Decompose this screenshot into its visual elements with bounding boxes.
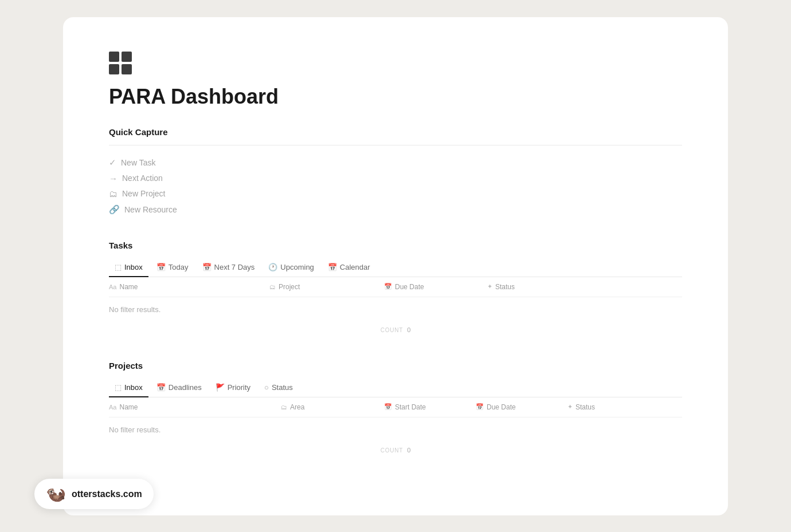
- next-action-item[interactable]: → Next Action: [109, 171, 682, 186]
- tasks-tab-calendar-label: Calendar: [340, 263, 370, 271]
- new-project-icon: 🗂: [109, 189, 118, 199]
- new-resource-icon: 🔗: [109, 204, 120, 215]
- tasks-tabs: ⬚ Inbox 📅 Today 📅 Next 7 Days 🕐 Upcoming…: [109, 258, 682, 277]
- tasks-col-project-label: Project: [279, 283, 300, 291]
- tasks-col-status: ✦ Status: [487, 283, 682, 291]
- projects-tab-status-label: Status: [272, 383, 293, 392]
- projects-tab-deadlines[interactable]: 📅 Deadlines: [151, 379, 207, 397]
- tasks-section: Tasks ⬚ Inbox 📅 Today 📅 Next 7 Days 🕐 Up…: [109, 241, 682, 338]
- tasks-tab-calendar[interactable]: 📅 Calendar: [322, 258, 376, 277]
- next-action-icon: →: [109, 174, 118, 183]
- new-task-item[interactable]: ✓ New Task: [109, 155, 682, 171]
- due-date-col-icon: 📅: [384, 283, 392, 290]
- new-resource-label: New Resource: [124, 205, 177, 214]
- name-col-icon: Aa: [109, 283, 116, 290]
- tasks-tab-inbox[interactable]: ⬚ Inbox: [109, 258, 148, 277]
- projects-status-icon: ○: [264, 383, 269, 392]
- today-icon: 📅: [156, 263, 166, 271]
- status-col-icon: ✦: [487, 283, 492, 290]
- tasks-col-status-label: Status: [495, 283, 515, 291]
- new-task-label: New Task: [121, 158, 155, 167]
- projects-tab-deadlines-label: Deadlines: [169, 383, 202, 392]
- calendar-icon: 📅: [328, 263, 337, 271]
- tasks-count-row: COUNT 0: [109, 322, 682, 338]
- tasks-title: Tasks: [109, 241, 682, 250]
- tasks-col-project: 🗂 Project: [269, 283, 384, 291]
- proj-due-date-col-icon: 📅: [476, 403, 484, 411]
- projects-tab-priority-label: Priority: [228, 383, 250, 392]
- tasks-table-header: Aa Name 🗂 Project 📅 Due Date ✦ Status: [109, 277, 682, 297]
- tasks-col-name: Aa Name: [109, 283, 269, 291]
- tasks-no-results: No filter results.: [109, 297, 682, 322]
- projects-tab-inbox-label: Inbox: [124, 383, 143, 392]
- projects-count-label: COUNT: [381, 447, 404, 454]
- quick-capture-title: Quick Capture: [109, 127, 682, 137]
- tasks-col-due-date: 📅 Due Date: [384, 283, 487, 291]
- upcoming-icon: 🕐: [268, 263, 277, 271]
- main-card: PARA Dashboard Quick Capture ✓ New Task …: [63, 17, 728, 515]
- quick-capture-section: Quick Capture ✓ New Task → Next Action 🗂…: [109, 127, 682, 218]
- new-resource-item[interactable]: 🔗 New Resource: [109, 202, 682, 218]
- projects-col-start-date: 📅 Start Date: [384, 403, 476, 411]
- projects-tab-priority[interactable]: 🚩 Priority: [210, 379, 256, 397]
- area-col-icon: 🗂: [281, 404, 287, 411]
- tasks-tab-upcoming-label: Upcoming: [280, 263, 314, 271]
- next-action-label: Next Action: [122, 174, 163, 183]
- new-project-item[interactable]: 🗂 New Project: [109, 186, 682, 202]
- watermark-url: otterstacks.com: [72, 489, 142, 499]
- projects-inbox-icon: ⬚: [115, 383, 122, 392]
- quick-capture-divider: [109, 145, 682, 145]
- projects-col-area: 🗂 Area: [281, 403, 384, 411]
- tasks-tab-upcoming[interactable]: 🕐 Upcoming: [263, 258, 320, 277]
- deadlines-icon: 📅: [156, 383, 166, 392]
- projects-col-due-date: 📅 Due Date: [476, 403, 567, 411]
- projects-title: Projects: [109, 361, 682, 371]
- projects-col-due-date-label: Due Date: [487, 403, 516, 411]
- projects-col-area-label: Area: [290, 403, 304, 411]
- page-icon: [109, 52, 132, 74]
- otter-icon: 🦦: [46, 484, 66, 503]
- projects-table-header: Aa Name 🗂 Area 📅 Start Date 📅 Due Date ✦…: [109, 397, 682, 417]
- projects-col-status-label: Status: [575, 403, 595, 411]
- tasks-tab-next7-label: Next 7 Days: [214, 263, 255, 271]
- start-date-col-icon: 📅: [384, 403, 392, 411]
- tasks-tab-next7[interactable]: 📅 Next 7 Days: [197, 258, 261, 277]
- projects-count-value: 0: [407, 447, 410, 454]
- next7-icon: 📅: [202, 263, 212, 271]
- tasks-count-label: COUNT: [381, 327, 404, 333]
- tasks-col-due-date-label: Due Date: [395, 283, 424, 291]
- projects-tab-inbox[interactable]: ⬚ Inbox: [109, 379, 148, 397]
- projects-col-name: Aa Name: [109, 403, 281, 411]
- projects-col-status: ✦ Status: [567, 403, 682, 411]
- inbox-icon: ⬚: [115, 263, 122, 271]
- tasks-tab-today-label: Today: [169, 263, 189, 271]
- project-col-icon: 🗂: [269, 283, 276, 290]
- tasks-tab-inbox-label: Inbox: [124, 263, 143, 271]
- proj-name-col-icon: Aa: [109, 404, 116, 411]
- tasks-count-value: 0: [407, 326, 410, 333]
- projects-col-start-date-label: Start Date: [395, 403, 426, 411]
- projects-section: Projects ⬚ Inbox 📅 Deadlines 🚩 Priority …: [109, 361, 682, 458]
- proj-status-col-icon: ✦: [567, 403, 573, 411]
- priority-icon: 🚩: [216, 383, 225, 392]
- projects-count-row: COUNT 0: [109, 442, 682, 458]
- new-task-icon: ✓: [109, 157, 116, 168]
- tasks-col-name-label: Name: [119, 283, 138, 291]
- watermark-badge: 🦦 otterstacks.com: [34, 479, 154, 509]
- projects-col-name-label: Name: [119, 403, 138, 411]
- projects-tabs: ⬚ Inbox 📅 Deadlines 🚩 Priority ○ Status: [109, 379, 682, 397]
- tasks-tab-today[interactable]: 📅 Today: [151, 258, 194, 277]
- projects-tab-status[interactable]: ○ Status: [259, 379, 299, 397]
- page-title: PARA Dashboard: [109, 85, 682, 109]
- new-project-label: New Project: [122, 189, 165, 198]
- projects-no-results: No filter results.: [109, 417, 682, 442]
